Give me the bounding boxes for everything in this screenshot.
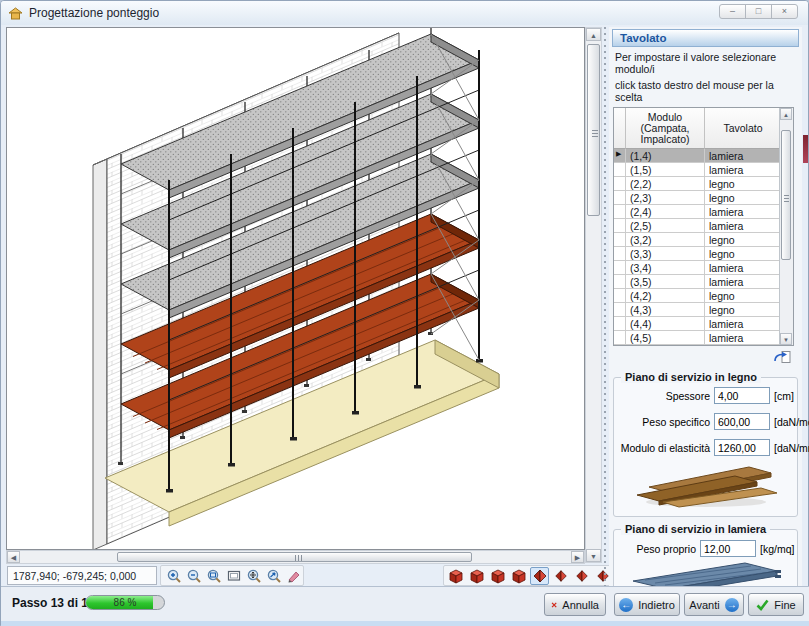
vertical-scroll-thumb[interactable] — [587, 44, 600, 216]
scroll-right-icon[interactable]: ▶ — [571, 551, 584, 563]
status-bar: 1787,940; -679,245; 0,000 — [6, 565, 616, 586]
view-orientation-toolbar — [443, 565, 615, 586]
table-row[interactable]: (3,3)legno — [614, 247, 793, 261]
hint-line-1: Per impostare il valore selezionare modu… — [615, 51, 802, 75]
tavolato-table[interactable]: Modulo (Campata, Impalcato) Tavolato ▶ (… — [613, 107, 794, 346]
modulo-elasticita-input[interactable] — [714, 439, 770, 456]
wizard-footer: Passo 13 di 15 86 % Annulla ← Indietro A… — [1, 586, 809, 621]
view-cube-1-button[interactable] — [446, 567, 465, 585]
peso-specifico-input[interactable] — [714, 413, 770, 430]
scroll-down-icon[interactable]: ▼ — [586, 549, 601, 562]
scaffold-3d-view — [7, 28, 585, 550]
horizontal-scroll-thumb[interactable] — [117, 552, 472, 562]
table-header-row: Modulo (Campata, Impalcato) Tavolato — [614, 108, 793, 149]
view-diamond-3-button[interactable] — [572, 567, 591, 585]
fine-button[interactable]: Fine — [748, 593, 804, 616]
panel-splitter[interactable] — [603, 27, 607, 586]
view-cube-4-button[interactable] — [509, 567, 528, 585]
wizard-step-label: Passo 13 di 15 — [12, 596, 95, 610]
fine-check-icon — [756, 599, 769, 611]
table-row[interactable]: (4,5)lamiera — [614, 331, 793, 345]
annulla-x-icon — [551, 599, 557, 611]
table-row[interactable]: (1,5)lamiera — [614, 163, 793, 177]
progress-bar: 86 % — [85, 595, 165, 610]
peso-specifico-unit: [daN/mc] — [774, 416, 809, 428]
hint-line-2: click tasto destro del mouse per la scel… — [615, 79, 802, 103]
window-bottom-edge — [1, 621, 809, 626]
view-diamond-2-button[interactable] — [551, 567, 570, 585]
zoom-previous-button[interactable] — [264, 567, 283, 585]
avanti-button[interactable]: Avanti → — [684, 593, 744, 616]
redline-pen-button[interactable] — [284, 567, 303, 585]
annulla-button[interactable]: Annulla — [544, 593, 606, 616]
apply-icon[interactable] — [774, 350, 792, 365]
row-selected-marker: ▶ — [614, 149, 626, 163]
spessore-input[interactable] — [714, 387, 770, 404]
progress-label: 86 % — [86, 597, 164, 608]
window-controls: – □ × — [720, 4, 798, 19]
table-scroll-thumb[interactable] — [781, 130, 791, 260]
peso-proprio-unit: [kg/mq] — [760, 543, 794, 555]
zoom-toolbar — [160, 565, 304, 586]
table-row[interactable]: (2,2)legno — [614, 177, 793, 191]
zoom-extents-button[interactable] — [224, 567, 243, 585]
close-button[interactable]: × — [771, 4, 798, 19]
legno-groupbox: Piano di servizio in legno Spessore [cm]… — [613, 377, 798, 517]
tavolato-panel: Tavolato Per impostare il valore selezio… — [609, 27, 802, 586]
modulo-elasticita-unit: [daN/mmq] — [774, 442, 809, 454]
table-row[interactable]: (3,2)legno — [614, 233, 793, 247]
table-row[interactable]: (2,4)lamiera — [614, 205, 793, 219]
zoom-window-button[interactable] — [204, 567, 223, 585]
scroll-left-icon[interactable]: ◀ — [7, 551, 20, 563]
title-bar[interactable]: Progettazione ponteggio – □ × — [1, 1, 808, 25]
scroll-up-icon[interactable]: ▲ — [586, 28, 601, 41]
legno-groupbox-title: Piano di servizio in legno — [621, 371, 761, 383]
indietro-button[interactable]: ← Indietro — [614, 593, 680, 616]
table-row[interactable]: (4,3)legno — [614, 303, 793, 317]
viewport-vertical-scrollbar[interactable]: ▲ ▼ — [585, 27, 602, 563]
table-scroll-up-icon[interactable]: ▲ — [780, 108, 792, 120]
viewport-horizontal-scrollbar[interactable]: ◀ ▶ — [6, 550, 585, 564]
zoom-out-button[interactable] — [184, 567, 203, 585]
maximize-button[interactable]: □ — [745, 4, 772, 19]
view-cube-2-button[interactable] — [467, 567, 486, 585]
table-row[interactable]: (4,4)lamiera — [614, 317, 793, 331]
column-header-tavolato[interactable]: Tavolato — [705, 108, 781, 149]
table-row[interactable]: (4,2)legno — [614, 289, 793, 303]
table-row[interactable]: (3,5)lamiera — [614, 275, 793, 289]
column-header-modulo[interactable]: Modulo (Campata, Impalcato) — [626, 108, 705, 149]
zoom-pan-button[interactable] — [244, 567, 263, 585]
table-row[interactable]: (2,5)lamiera — [614, 219, 793, 233]
modulo-elasticita-label: Modulo di elasticità — [614, 442, 710, 454]
window-title: Progettazione ponteggio — [29, 6, 159, 20]
lamiera-groupbox-title: Piano di servizio in lamiera — [621, 523, 770, 535]
table-row[interactable]: (2,3)legno — [614, 191, 793, 205]
table-scroll-down-icon[interactable]: ▼ — [780, 333, 792, 345]
peso-specifico-label: Peso specifico — [614, 416, 710, 428]
minimize-button[interactable]: – — [719, 4, 746, 19]
peso-proprio-input[interactable] — [700, 540, 756, 557]
view-diamond-1-button[interactable] — [530, 567, 549, 585]
table-row[interactable]: ▶ (1,4)lamiera — [614, 149, 793, 163]
cursor-coordinates: 1787,940; -679,245; 0,000 — [7, 566, 157, 585]
wood-planks-image — [631, 460, 781, 508]
table-row[interactable]: (3,4)lamiera — [614, 261, 793, 275]
peso-proprio-label: Peso proprio — [614, 543, 696, 555]
spessore-label: Spessore — [614, 390, 710, 402]
cad-viewport[interactable] — [6, 27, 585, 550]
table-scrollbar[interactable]: ▲ ▼ — [779, 108, 793, 345]
view-cube-3-button[interactable] — [488, 567, 507, 585]
back-arrow-icon: ← — [619, 598, 633, 612]
panel-title: Tavolato — [612, 29, 799, 47]
zoom-in-button[interactable] — [164, 567, 183, 585]
app-window: Progettazione ponteggio – □ × — [0, 0, 809, 626]
window-edge-artifact — [803, 135, 808, 163]
spessore-unit: [cm] — [774, 390, 794, 402]
app-icon — [8, 7, 23, 20]
forward-arrow-icon: → — [725, 598, 739, 612]
